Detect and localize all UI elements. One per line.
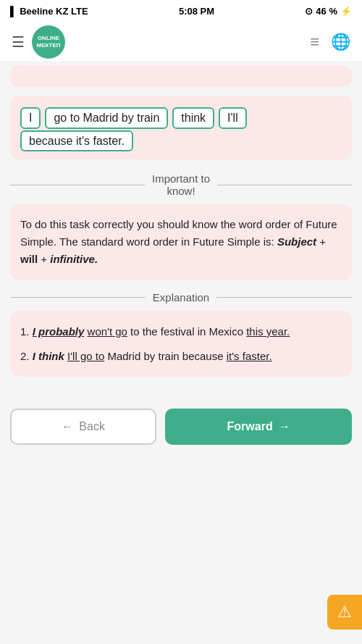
- info-bold-infinitive: infinitive.: [50, 253, 98, 265]
- explanation-1-bold: I probably: [33, 325, 85, 338]
- hamburger-icon[interactable]: ☰: [12, 33, 25, 51]
- divider-line-right: [217, 185, 352, 185]
- explanation-divider-line-left: [10, 297, 146, 298]
- forward-button[interactable]: Forward →: [165, 409, 352, 445]
- warning-fab[interactable]: ⚠: [327, 595, 362, 630]
- explanation-2-faster: it's faster.: [227, 350, 272, 362]
- back-arrow-icon: ←: [62, 420, 73, 433]
- explanation-item-1: 1. I probably won't go to the festival i…: [20, 322, 342, 341]
- forward-label: Forward: [227, 420, 273, 433]
- word-chip-think[interactable]: think: [172, 107, 214, 129]
- status-bar: ▌ Beeline KZ LTE 5:08 PM ⊙ 46 % ⚡: [0, 0, 362, 22]
- status-battery: ⊙ 46 % ⚡: [305, 6, 352, 17]
- explanation-card: 1. I probably won't go to the festival i…: [10, 311, 352, 377]
- answer-card: I go to Madrid by train think I'll becau…: [10, 96, 352, 159]
- explanation-1-rest: to the festival in Mexico: [127, 325, 246, 338]
- info-bold-subject: Subject: [277, 235, 316, 248]
- answer-words-row1: I go to Madrid by train think I'll: [20, 107, 342, 129]
- explanation-2-rest: Madrid by train because: [104, 350, 226, 362]
- explanation-2-bold: I think: [33, 350, 64, 362]
- important-divider: Important toknow!: [10, 172, 352, 197]
- navbar-right: ≡ 🌐: [310, 33, 350, 51]
- list-icon[interactable]: ≡: [310, 33, 319, 51]
- explanation-2-number: 2.: [20, 350, 33, 362]
- navbar-left: ☰ ONLINE МЕКТЕП: [12, 25, 65, 59]
- status-time: 5:08 PM: [179, 6, 214, 17]
- navbar: ☰ ONLINE МЕКТЕП ≡ 🌐: [0, 22, 362, 62]
- explanation-1-thisyear: this year.: [246, 325, 290, 338]
- info-card: To do this task correctly you should kno…: [10, 204, 352, 280]
- word-chip-ill[interactable]: I'll: [219, 107, 247, 129]
- back-label: Back: [79, 420, 105, 433]
- explanation-2-illgo: I'll go to: [67, 350, 104, 362]
- main-content: I go to Madrid by train think I'll becau…: [0, 65, 362, 401]
- signal-icon: ▌: [10, 6, 17, 17]
- explanation-1-number: 1.: [20, 325, 33, 338]
- logo: ONLINE МЕКТЕП: [32, 25, 65, 59]
- forward-arrow-icon: →: [279, 420, 290, 433]
- globe-icon[interactable]: 🌐: [331, 33, 350, 51]
- charging-icon: ⚡: [340, 6, 352, 17]
- explanation-section-title: Explanation: [153, 291, 209, 304]
- important-section-title: Important toknow!: [152, 172, 210, 197]
- word-chip-i[interactable]: I: [20, 107, 41, 129]
- explanation-divider-line-right: [216, 297, 352, 298]
- answer-words-row2: because it's faster.: [20, 135, 342, 148]
- divider-line-left: [10, 185, 145, 185]
- word-chip-because[interactable]: because it's faster.: [20, 130, 133, 151]
- explanation-1-wont: won't go: [88, 325, 127, 338]
- back-button[interactable]: ← Back: [10, 409, 156, 445]
- bottom-buttons: ← Back Forward →: [0, 401, 362, 459]
- status-carrier: ▌ Beeline KZ LTE: [10, 6, 88, 17]
- battery-icon: ⊙: [305, 6, 313, 17]
- explanation-divider: Explanation: [10, 291, 352, 304]
- warning-icon: ⚠: [337, 603, 352, 622]
- explanation-item-2: 2. I think I'll go to Madrid by train be…: [20, 347, 342, 366]
- partial-top-card: [10, 65, 352, 87]
- word-chip-go[interactable]: go to Madrid by train: [45, 107, 168, 129]
